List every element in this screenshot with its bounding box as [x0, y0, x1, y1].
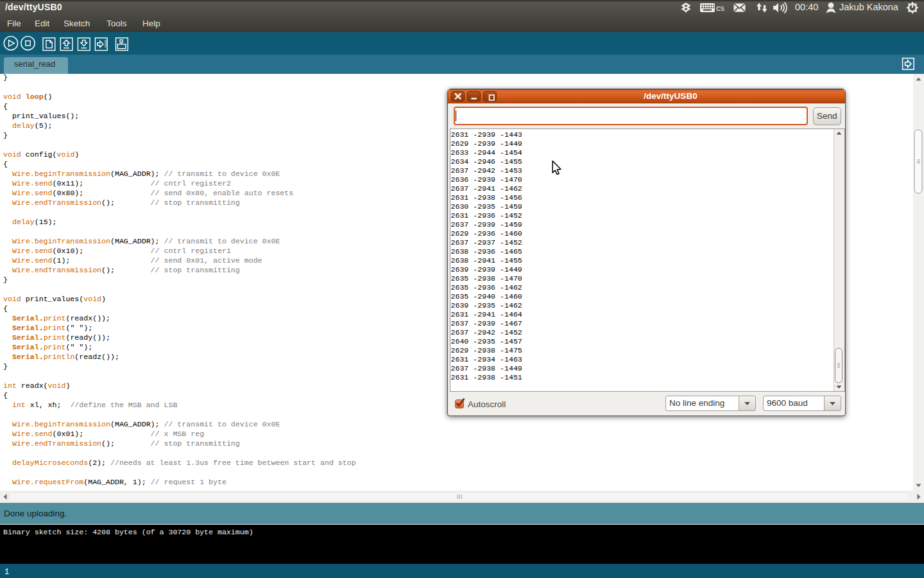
svg-text:cs: cs	[716, 3, 725, 13]
